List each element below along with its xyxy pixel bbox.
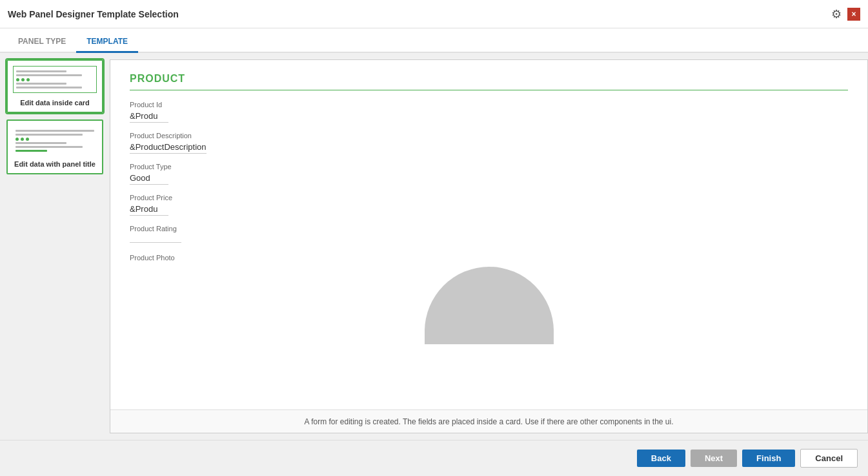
description-text: A form for editing is created. The field…	[304, 417, 673, 426]
sidebar: Edit data inside card Edit data with pan…	[0, 53, 110, 440]
product-divider	[130, 90, 848, 90]
photo-circle	[425, 267, 554, 344]
template-option-edit-inside-card[interactable]: Edit data inside card	[6, 59, 103, 113]
finish-button[interactable]: Finish	[742, 450, 795, 467]
field-label-product-id: Product Id	[130, 101, 848, 109]
description-bar: A form for editing is created. The field…	[110, 409, 867, 433]
next-button: Next	[691, 450, 737, 467]
field-value-product-price: &Produ	[130, 204, 168, 216]
field-value-product-type: Good	[130, 173, 168, 185]
main-content: Edit data inside card Edit data with pan…	[0, 53, 868, 440]
field-value-product-rating	[130, 241, 181, 243]
tab-template[interactable]: TEMPLATE	[76, 32, 138, 53]
field-value-product-id: &Produ	[130, 111, 168, 123]
title-bar: Web Panel Designer Template Selection ⚙ …	[0, 0, 868, 28]
product-title: PRODUCT	[130, 73, 848, 85]
tabs-bar: PANEL TYPE TEMPLATE	[0, 28, 868, 53]
cancel-button[interactable]: Cancel	[800, 449, 858, 468]
field-product-photo: Product Photo	[130, 254, 848, 344]
field-label-product-rating: Product Rating	[130, 225, 848, 233]
title-bar-actions: ⚙ ×	[829, 7, 860, 21]
template-option-edit-with-panel-title[interactable]: Edit data with panel title	[6, 119, 103, 174]
gear-icon[interactable]: ⚙	[829, 7, 843, 21]
field-label-product-description: Product Description	[130, 132, 848, 140]
field-label-product-type: Product Type	[130, 163, 848, 171]
template-option-label-1: Edit data inside card	[13, 99, 97, 107]
field-label-product-price: Product Price	[130, 194, 848, 202]
field-product-type: Product Type Good	[130, 163, 848, 185]
field-product-price: Product Price &Produ	[130, 194, 848, 216]
preview-scroll[interactable]: PRODUCT Product Id &Produ Product Descri…	[110, 60, 867, 409]
field-product-id: Product Id &Produ	[130, 101, 848, 123]
field-product-description: Product Description &ProductDescription	[130, 132, 848, 154]
photo-placeholder	[130, 267, 848, 344]
back-button[interactable]: Back	[637, 450, 685, 467]
field-label-product-photo: Product Photo	[130, 254, 848, 262]
preview-area: PRODUCT Product Id &Produ Product Descri…	[110, 59, 868, 433]
template-option-label-2: Edit data with panel title	[13, 160, 97, 168]
close-button[interactable]: ×	[847, 8, 860, 21]
dialog-title: Web Panel Designer Template Selection	[8, 9, 179, 19]
bottom-bar: Back Next Finish Cancel	[0, 440, 868, 476]
field-value-product-description: &ProductDescription	[130, 142, 207, 154]
tab-panel-type[interactable]: PANEL TYPE	[8, 32, 76, 53]
field-product-rating: Product Rating	[130, 225, 848, 245]
